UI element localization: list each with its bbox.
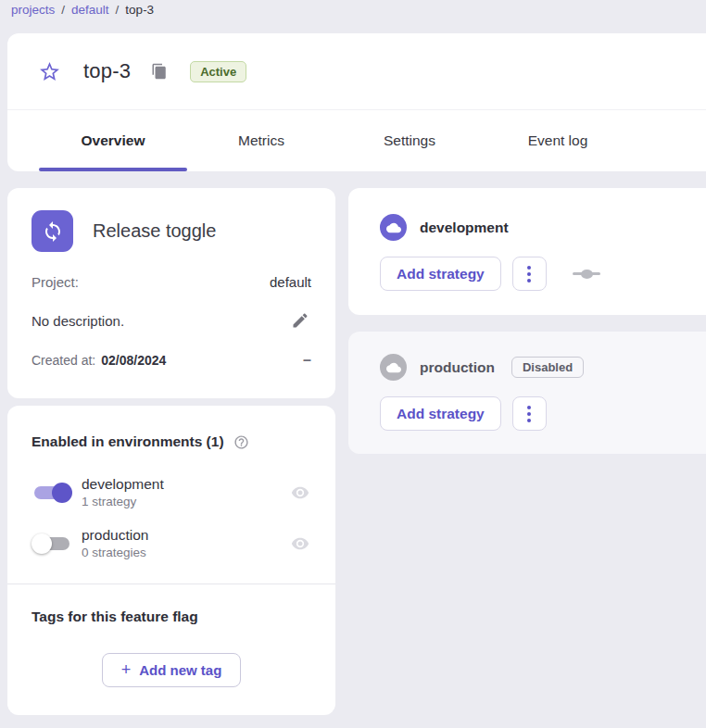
status-badge: Active	[190, 61, 246, 82]
add-tag-wrap: + Add new tag	[32, 653, 311, 687]
strategy-actions: Add strategy	[380, 396, 706, 431]
project-row: Project: default	[32, 274, 311, 290]
help-icon[interactable]	[233, 433, 250, 450]
release-plan-connector-icon	[573, 270, 600, 279]
environment-row-production: production 0 strategies	[32, 527, 311, 559]
strategy-environment-name: production	[420, 359, 495, 376]
toggle-thumb	[52, 483, 72, 503]
tags-title: Tags for this feature flag	[32, 609, 311, 625]
tab-overview[interactable]: Overview	[39, 110, 187, 171]
card-divider	[7, 584, 335, 584]
disabled-badge: Disabled	[511, 357, 584, 378]
environment-strategy-count: 1 strategy	[82, 495, 164, 508]
add-new-tag-label: Add new tag	[139, 662, 221, 678]
add-new-tag-button[interactable]: + Add new tag	[102, 653, 242, 687]
copy-name-icon[interactable]	[151, 62, 170, 81]
breadcrumb-link-default[interactable]: default	[71, 3, 109, 17]
toggle-development[interactable]	[32, 482, 72, 504]
add-strategy-button[interactable]: Add strategy	[380, 257, 501, 291]
breadcrumb: projects / default / top-3	[11, 3, 154, 17]
toggle-thumb	[32, 533, 52, 554]
created-at-value: 02/08/2024	[101, 353, 166, 368]
environments-title: Enabled in environments (1)	[32, 433, 224, 450]
created-at-text: Created at:02/08/2024	[32, 353, 166, 368]
page-title: top-3	[83, 59, 131, 83]
strategy-actions: Add strategy	[380, 257, 706, 291]
visibility-eye-icon[interactable]	[289, 482, 311, 504]
description-row: No description.	[32, 309, 311, 332]
tab-settings[interactable]: Settings	[335, 110, 484, 171]
tab-overview-label: Overview	[82, 132, 145, 149]
created-at-label: Created at:	[32, 353, 95, 368]
description-text: No description.	[32, 313, 124, 329]
cloud-environment-icon	[380, 214, 407, 241]
strategy-card-header: production Disabled	[380, 354, 706, 381]
environment-row-development: development 1 strategy	[32, 476, 311, 508]
edit-description-icon[interactable]	[289, 309, 311, 332]
add-strategy-button[interactable]: Add strategy	[380, 396, 501, 431]
tab-settings-label: Settings	[384, 132, 435, 149]
environment-texts: production 0 strategies	[82, 527, 148, 559]
strategy-card-development: development Add strategy	[348, 188, 706, 315]
project-label: Project:	[32, 274, 79, 290]
more-options-dots-icon[interactable]	[512, 396, 547, 431]
breadcrumb-separator: /	[116, 3, 120, 17]
flag-title-row: top-3 Active	[7, 33, 706, 110]
flag-header-card: top-3 Active Overview Metrics Settings E…	[7, 33, 706, 171]
more-options-dots-icon[interactable]	[512, 257, 547, 291]
project-value: default	[270, 274, 311, 290]
tab-metrics[interactable]: Metrics	[187, 110, 335, 171]
toggle-production[interactable]	[32, 533, 72, 555]
tab-metrics-label: Metrics	[238, 132, 284, 149]
breadcrumb-separator: /	[61, 3, 65, 17]
strategy-environment-name: development	[420, 220, 509, 236]
plus-icon: +	[121, 660, 132, 680]
collapse-icon[interactable]: –	[303, 356, 311, 365]
strategy-card-header: development	[380, 214, 706, 241]
environment-name: production	[82, 527, 148, 544]
environment-strategy-count: 0 strategies	[82, 546, 148, 559]
visibility-eye-icon[interactable]	[289, 533, 311, 555]
tab-bar: Overview Metrics Settings Event log	[39, 110, 632, 171]
active-tab-indicator	[39, 168, 187, 171]
tab-event-log[interactable]: Event log	[484, 110, 632, 171]
strategy-card-production: production Disabled Add strategy	[348, 332, 706, 454]
flag-type-row: Release toggle	[32, 210, 311, 252]
created-at-row: Created at:02/08/2024 –	[32, 353, 311, 368]
environment-name: development	[82, 476, 164, 493]
feature-flag-page: { "breadcrumb": { "separator": "/", "ite…	[0, 0, 706, 728]
release-toggle-sync-icon	[32, 210, 73, 252]
environments-title-row: Enabled in environments (1)	[32, 433, 311, 450]
environment-texts: development 1 strategy	[82, 476, 164, 508]
breadcrumb-current: top-3	[125, 3, 154, 17]
cloud-environment-icon	[380, 354, 407, 381]
tab-event-log-label: Event log	[528, 132, 588, 149]
favorite-star-icon[interactable]	[37, 59, 61, 83]
breadcrumb-link-projects[interactable]: projects	[11, 3, 55, 17]
environments-card: Enabled in environments (1) development …	[7, 406, 335, 715]
flag-type-label: Release toggle	[93, 220, 216, 242]
flag-info-card: Release toggle Project: default No descr…	[7, 188, 335, 398]
